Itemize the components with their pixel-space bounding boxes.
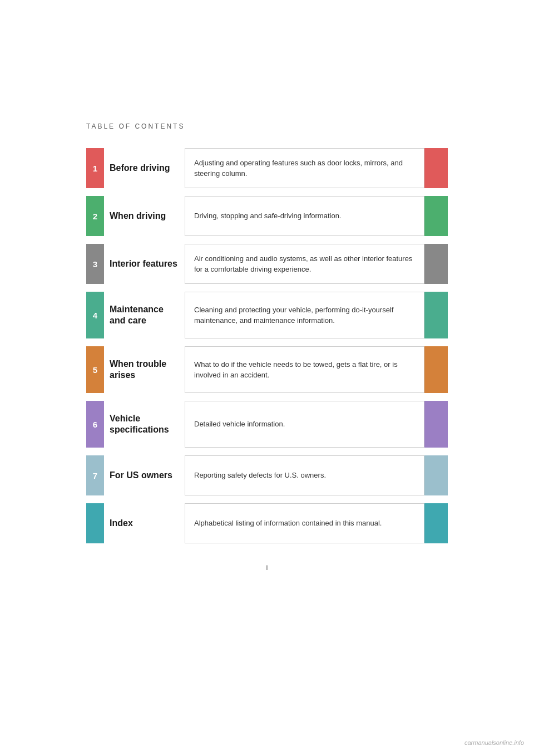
chapter-number-3: 3 <box>86 244 104 284</box>
chapter-color-block-3 <box>424 244 448 284</box>
chapter-label-5: When trouble arises <box>104 346 185 393</box>
chapter-label-4-line1: Maintenance <box>110 304 164 315</box>
chapter-color-block-7 <box>424 455 448 495</box>
chapter-description-2: Driving, stopping and safe-driving infor… <box>185 196 424 236</box>
chapter-color-block-index <box>424 503 448 543</box>
chapter-label-4: Maintenance and care <box>104 292 185 338</box>
chapter-color-block-5 <box>424 346 448 393</box>
chapter-description-6: Detailed vehicle information. <box>185 401 424 448</box>
chapter-description-index: Alphabetical listing of information cont… <box>185 503 424 543</box>
toc-list: 1 Before driving Adjusting and operating… <box>86 148 448 543</box>
chapter-label-6-line1: Vehicle <box>110 413 140 424</box>
chapter-number-index <box>86 503 104 543</box>
chapter-number-7: 7 <box>86 455 104 495</box>
chapter-label-2: When driving <box>104 196 185 236</box>
toc-row-5[interactable]: 5 When trouble arises What to do if the … <box>86 346 448 393</box>
chapter-description-5: What to do if the vehicle needs to be to… <box>185 346 424 393</box>
table-of-contents-title: TABLE OF CONTENTS <box>86 122 448 130</box>
chapter-color-block-2 <box>424 196 448 236</box>
toc-row-6[interactable]: 6 Vehicle specifications Detailed vehicl… <box>86 401 448 448</box>
chapter-description-4: Cleaning and protecting your vehicle, pe… <box>185 292 424 338</box>
toc-row-3[interactable]: 3 Interior features Air conditioning and… <box>86 244 448 284</box>
chapter-number-6: 6 <box>86 401 104 448</box>
chapter-color-block-4 <box>424 292 448 338</box>
chapter-label-5-line2: arises <box>110 370 135 381</box>
chapter-number-5: 5 <box>86 346 104 393</box>
page-container: TABLE OF CONTENTS 1 Before driving Adjus… <box>0 0 534 756</box>
chapter-number-2: 2 <box>86 196 104 236</box>
chapter-label-6: Vehicle specifications <box>104 401 185 448</box>
chapter-description-1: Adjusting and operating features such as… <box>185 148 424 188</box>
chapter-number-4: 4 <box>86 292 104 338</box>
chapter-label-7: For US owners <box>104 455 185 495</box>
page-number: i <box>86 563 448 572</box>
chapter-color-block-6 <box>424 401 448 448</box>
chapter-label-5-line1: When trouble <box>110 359 166 370</box>
toc-row-index[interactable]: Index Alphabetical listing of informatio… <box>86 503 448 543</box>
chapter-label-6-line2: specifications <box>110 424 169 435</box>
chapter-description-3: Air conditioning and audio systems, as w… <box>185 244 424 284</box>
chapter-label-4-line2: and care <box>110 315 146 326</box>
chapter-number-1: 1 <box>86 148 104 188</box>
toc-row-7[interactable]: 7 For US owners Reporting safety defects… <box>86 455 448 495</box>
chapter-label-1: Before driving <box>104 148 185 188</box>
toc-row-4[interactable]: 4 Maintenance and care Cleaning and prot… <box>86 292 448 338</box>
chapter-label-3: Interior features <box>104 244 185 284</box>
chapter-description-7: Reporting safety defects for U.S. owners… <box>185 455 424 495</box>
watermark: carmanualsonline.info <box>464 739 524 746</box>
chapter-color-block-1 <box>424 148 448 188</box>
toc-row-1[interactable]: 1 Before driving Adjusting and operating… <box>86 148 448 188</box>
chapter-label-index: Index <box>104 503 185 543</box>
toc-row-2[interactable]: 2 When driving Driving, stopping and saf… <box>86 196 448 236</box>
